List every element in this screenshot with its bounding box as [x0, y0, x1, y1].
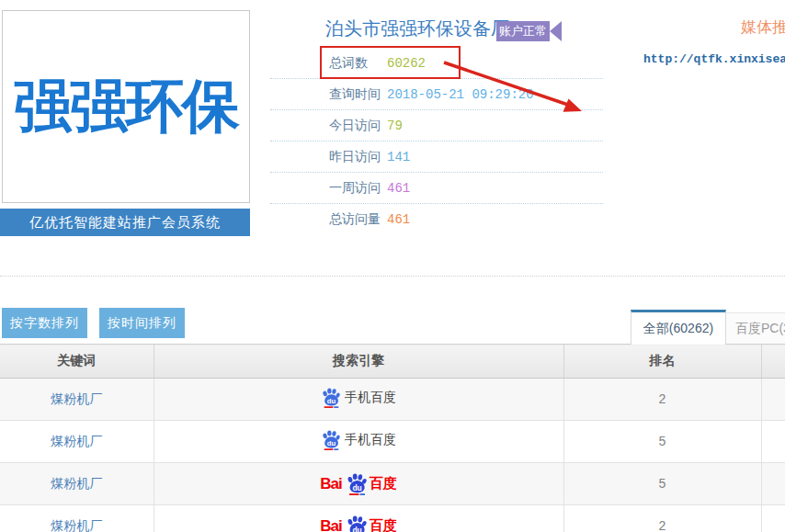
- stat-value: 60262: [387, 56, 426, 71]
- table-row: 煤粉机厂Bai du 百度5: [0, 463, 785, 505]
- table-row: 煤粉机厂 du 手机百度5: [0, 421, 785, 463]
- member-system-page: 强强环保 亿优托智能建站推广会员系统 泊头市强强环保设备厂 账户正常 媒体推 h…: [0, 0, 785, 532]
- svg-text:du: du: [352, 483, 361, 492]
- tab-baidu-pc[interactable]: 百度PC(30: [726, 312, 785, 344]
- keyword-link[interactable]: 煤粉机厂: [51, 391, 102, 406]
- extra-cell: [761, 421, 785, 463]
- stat-label: 总词数: [329, 55, 387, 72]
- keyword-link[interactable]: 煤粉机厂: [51, 518, 102, 532]
- table-row: 煤粉机厂Bai du 百度2: [0, 505, 785, 532]
- keyword-link[interactable]: 煤粉机厂: [51, 434, 102, 448]
- stat-value: 461: [387, 181, 410, 196]
- system-banner: 亿优托智能建站推广会员系统: [0, 209, 250, 236]
- stat-label: 一周访问: [329, 180, 387, 197]
- sort-by-time-button[interactable]: 按时间排列: [99, 308, 185, 338]
- stat-label: 总访问量: [329, 211, 387, 228]
- baidu-paw-icon: du: [321, 388, 341, 408]
- column-header-keyword: 关键词: [0, 345, 154, 379]
- rank-value: 2: [563, 505, 761, 532]
- stat-label: 昨日访问: [329, 149, 387, 165]
- extra-cell: [761, 379, 785, 421]
- stat-row: 总词数60262: [270, 48, 603, 79]
- baidu-logo-latin: Bai: [320, 517, 341, 532]
- stat-value: 79: [387, 119, 403, 133]
- engine-label: 手机百度: [345, 432, 396, 448]
- svg-text:du: du: [327, 397, 336, 405]
- search-engine-cell: du 手机百度: [321, 388, 396, 408]
- stat-row: 总访问量461: [270, 204, 603, 234]
- baidu-paw-icon: du: [321, 430, 341, 450]
- system-banner-label: 亿优托智能建站推广会员系统: [29, 214, 221, 232]
- stat-row: 查询时间2018-05-21 09:29:20: [270, 79, 603, 110]
- media-section-label: 媒体推: [741, 17, 785, 38]
- rank-value: 5: [563, 463, 761, 505]
- table-row: 煤粉机厂 du 手机百度2: [0, 379, 785, 421]
- stat-value: 141: [387, 150, 410, 164]
- search-engine-cell: Bai du 百度: [320, 473, 396, 495]
- account-status-badge: 账户正常: [496, 21, 550, 41]
- site-url-link[interactable]: http://qtfk.xinxisea.: [643, 52, 785, 66]
- sort-by-wordcount-button[interactable]: 按字数排列: [2, 308, 87, 338]
- keyword-link[interactable]: 煤粉机厂: [51, 476, 102, 491]
- stat-value: 2018-05-21 09:29:20: [387, 87, 534, 102]
- rank-value: 2: [563, 379, 761, 421]
- search-engine-cell: du 手机百度: [321, 430, 396, 450]
- baidu-logo-cn: 百度: [370, 517, 397, 532]
- rank-value: 5: [563, 421, 761, 463]
- baidu-logo-latin: Bai: [320, 475, 341, 493]
- stats-list: 总词数60262查询时间2018-05-21 09:29:20今日访问79昨日访…: [270, 48, 603, 234]
- company-name-title: 泊头市强强环保设备厂: [325, 17, 509, 41]
- extra-cell: [761, 463, 785, 505]
- column-header-rank: 排名: [563, 345, 761, 379]
- section-divider: [0, 276, 785, 277]
- column-header-engine: 搜索引擎: [154, 345, 563, 379]
- stat-row: 一周访问461: [270, 173, 603, 204]
- svg-text:du: du: [352, 526, 361, 532]
- stat-row: 今日访问79: [270, 110, 603, 141]
- stat-label: 今日访问: [329, 118, 387, 134]
- baidu-paw-icon: du: [346, 515, 368, 532]
- baidu-paw-icon: du: [346, 473, 368, 495]
- tab-all[interactable]: 全部(60262): [631, 310, 726, 345]
- stat-value: 461: [387, 212, 410, 227]
- stat-label: 查询时间: [329, 86, 387, 103]
- search-engine-cell: Bai du 百度: [320, 515, 396, 532]
- extra-cell: [761, 505, 785, 532]
- table-header-row: 关键词 搜索引擎 排名: [0, 345, 785, 379]
- baidu-logo-cn: 百度: [370, 475, 397, 492]
- column-header-extra: [761, 345, 785, 379]
- svg-text:du: du: [327, 439, 336, 447]
- engine-label: 手机百度: [345, 390, 396, 406]
- company-logo: 强强环保: [2, 10, 250, 203]
- company-logo-text: 强强环保: [14, 67, 238, 146]
- keyword-ranking-table: 关键词 搜索引擎 排名 煤粉机厂 du 手机百度2煤粉机厂 du 手机百度: [0, 344, 785, 532]
- stat-row: 昨日访问141: [270, 141, 603, 173]
